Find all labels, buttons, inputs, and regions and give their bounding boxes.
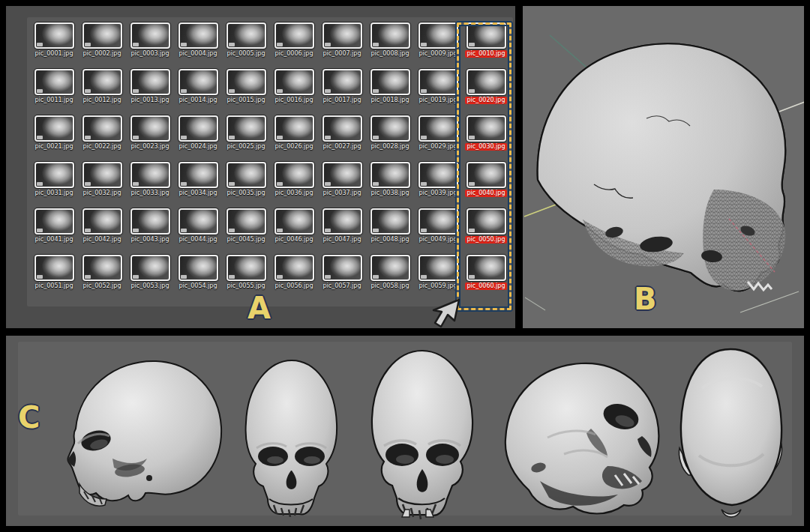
- file-thumbnail[interactable]: [82, 255, 122, 281]
- file-item[interactable]: pic_0023.jpg: [126, 115, 174, 162]
- file-thumbnail[interactable]: [274, 22, 314, 49]
- file-thumbnail[interactable]: [274, 69, 314, 95]
- file-item[interactable]: pic_0012.jpg: [78, 69, 126, 115]
- file-thumbnail[interactable]: [178, 208, 218, 235]
- file-item[interactable]: pic_0045.jpg: [222, 208, 270, 255]
- file-item[interactable]: pic_0032.jpg: [78, 162, 126, 208]
- file-thumbnail[interactable]: [130, 115, 170, 142]
- file-thumbnail[interactable]: [34, 208, 74, 235]
- file-thumbnail[interactable]: [274, 115, 314, 142]
- file-thumbnail[interactable]: [34, 115, 74, 142]
- file-thumbnail[interactable]: [82, 22, 122, 49]
- file-thumbnail[interactable]: [130, 208, 170, 235]
- file-item[interactable]: pic_0021.jpg: [30, 115, 78, 162]
- file-thumbnail[interactable]: [130, 162, 170, 188]
- file-item[interactable]: pic_0025.jpg: [222, 115, 270, 162]
- file-item[interactable]: pic_0001.jpg: [30, 22, 78, 69]
- file-thumbnail[interactable]: [322, 255, 362, 281]
- file-item[interactable]: pic_0033.jpg: [126, 162, 174, 208]
- file-thumbnail[interactable]: [418, 115, 458, 142]
- file-thumbnail[interactable]: [418, 162, 458, 188]
- file-thumbnail[interactable]: [34, 22, 74, 49]
- file-item[interactable]: pic_0059.jpg: [414, 255, 462, 301]
- file-item[interactable]: pic_0026.jpg: [270, 115, 318, 162]
- file-item[interactable]: pic_0037.jpg: [318, 162, 366, 208]
- file-item[interactable]: pic_0007.jpg: [318, 22, 366, 69]
- file-item[interactable]: pic_0014.jpg: [174, 69, 222, 115]
- file-item[interactable]: pic_0051.jpg: [30, 255, 78, 301]
- file-thumbnail[interactable]: [34, 255, 74, 281]
- file-item[interactable]: pic_0013.jpg: [126, 69, 174, 115]
- file-item[interactable]: pic_0019.jpg: [414, 69, 462, 115]
- file-item[interactable]: pic_0038.jpg: [366, 162, 414, 208]
- file-item[interactable]: pic_0057.jpg: [318, 255, 366, 301]
- file-thumbnail[interactable]: [418, 208, 458, 235]
- file-item[interactable]: pic_0044.jpg: [174, 208, 222, 255]
- file-item[interactable]: pic_0046.jpg: [270, 208, 318, 255]
- file-thumbnail[interactable]: [322, 69, 362, 95]
- file-thumbnail[interactable]: [178, 115, 218, 142]
- file-thumbnail[interactable]: [418, 69, 458, 95]
- file-thumbnail[interactable]: [370, 162, 410, 188]
- file-item[interactable]: pic_0043.jpg: [126, 208, 174, 255]
- file-item[interactable]: pic_0024.jpg: [174, 115, 222, 162]
- file-item[interactable]: pic_0042.jpg: [78, 208, 126, 255]
- file-item[interactable]: pic_0006.jpg: [270, 22, 318, 69]
- file-thumbnail[interactable]: [178, 162, 218, 188]
- file-thumbnail[interactable]: [130, 22, 170, 49]
- file-thumbnail[interactable]: [226, 208, 266, 235]
- file-item[interactable]: pic_0015.jpg: [222, 69, 270, 115]
- file-item[interactable]: pic_0009.jpg: [414, 22, 462, 69]
- file-item[interactable]: pic_0002.jpg: [78, 22, 126, 69]
- file-item[interactable]: pic_0027.jpg: [318, 115, 366, 162]
- file-item[interactable]: pic_0039.jpg: [414, 162, 462, 208]
- file-item[interactable]: pic_0036.jpg: [270, 162, 318, 208]
- file-thumbnail[interactable]: [274, 208, 314, 235]
- file-thumbnail[interactable]: [370, 22, 410, 49]
- file-thumbnail[interactable]: [82, 208, 122, 235]
- file-thumbnail[interactable]: [226, 255, 266, 281]
- file-thumbnail[interactable]: [226, 22, 266, 49]
- file-item[interactable]: pic_0003.jpg: [126, 22, 174, 69]
- file-thumbnail[interactable]: [274, 255, 314, 281]
- file-item[interactable]: pic_0029.jpg: [414, 115, 462, 162]
- file-item[interactable]: pic_0004.jpg: [174, 22, 222, 69]
- file-thumbnail[interactable]: [130, 255, 170, 281]
- file-thumbnail[interactable]: [82, 69, 122, 95]
- file-item[interactable]: pic_0048.jpg: [366, 208, 414, 255]
- file-thumbnail[interactable]: [178, 255, 218, 281]
- file-item[interactable]: pic_0005.jpg: [222, 22, 270, 69]
- file-item[interactable]: pic_0017.jpg: [318, 69, 366, 115]
- file-item[interactable]: pic_0035.jpg: [222, 162, 270, 208]
- file-item[interactable]: pic_0049.jpg: [414, 208, 462, 255]
- file-thumbnail[interactable]: [178, 22, 218, 49]
- file-thumbnail[interactable]: [82, 115, 122, 142]
- file-item[interactable]: pic_0031.jpg: [30, 162, 78, 208]
- file-thumbnail[interactable]: [322, 162, 362, 188]
- file-thumbnail[interactable]: [370, 208, 410, 235]
- file-item[interactable]: pic_0022.jpg: [78, 115, 126, 162]
- file-thumbnail[interactable]: [226, 69, 266, 95]
- file-item[interactable]: pic_0034.jpg: [174, 162, 222, 208]
- file-thumbnail[interactable]: [370, 115, 410, 142]
- file-thumbnail[interactable]: [322, 22, 362, 49]
- file-thumbnail[interactable]: [322, 208, 362, 235]
- file-thumbnail[interactable]: [178, 69, 218, 95]
- file-item[interactable]: pic_0016.jpg: [270, 69, 318, 115]
- file-item[interactable]: pic_0008.jpg: [366, 22, 414, 69]
- file-item[interactable]: pic_0011.jpg: [30, 69, 78, 115]
- file-item[interactable]: pic_0056.jpg: [270, 255, 318, 301]
- file-item[interactable]: pic_0018.jpg: [366, 69, 414, 115]
- file-thumbnail[interactable]: [130, 69, 170, 95]
- file-thumbnail[interactable]: [82, 162, 122, 188]
- file-thumbnail[interactable]: [226, 162, 266, 188]
- file-thumbnail[interactable]: [274, 162, 314, 188]
- file-item[interactable]: pic_0047.jpg: [318, 208, 366, 255]
- file-thumbnail[interactable]: [418, 22, 458, 49]
- file-thumbnail[interactable]: [226, 115, 266, 142]
- file-thumbnail[interactable]: [34, 162, 74, 188]
- file-item[interactable]: pic_0058.jpg: [366, 255, 414, 301]
- file-item[interactable]: pic_0028.jpg: [366, 115, 414, 162]
- file-thumbnail[interactable]: [34, 69, 74, 95]
- file-thumbnail[interactable]: [322, 115, 362, 142]
